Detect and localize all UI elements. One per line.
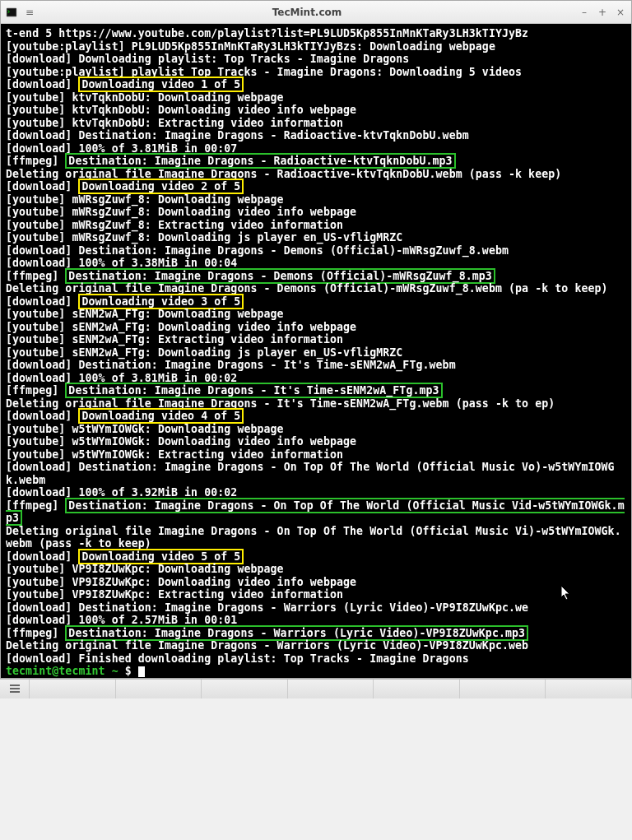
prompt-user: tecmint@tecmint xyxy=(6,665,105,677)
terminal-line: [download] Downloading video 5 of 5 xyxy=(6,550,626,564)
terminal-line: [ffmpeg] Destination: Imagine Dragons - … xyxy=(6,384,626,397)
highlight-progress: Downloading video 5 of 5 xyxy=(78,549,244,564)
terminal-line: [download] Downloading video 2 of 5 xyxy=(6,180,626,193)
text-cursor xyxy=(138,666,145,677)
terminal-window: ≡ TecMint.com – + × t-end 5 https://www.… xyxy=(0,0,632,679)
terminal-line: [download] Downloading playlist: Top Tra… xyxy=(6,53,626,66)
terminal-line: Deleting original file Imagine Dragons -… xyxy=(6,525,626,550)
terminal-line: [youtube] sENM2wA_FTg: Downloading webpa… xyxy=(6,308,626,321)
terminal-line: [download] Destination: Imagine Dragons … xyxy=(6,359,626,372)
terminal-line: Deleting original file Imagine Dragons -… xyxy=(6,639,626,652)
terminal-line: [youtube] mWRsgZuwf_8: Downloading video… xyxy=(6,206,626,219)
terminal-line: [ffmpeg] Destination: Imagine Dragons - … xyxy=(6,499,626,525)
window-title: TecMint.com xyxy=(35,7,579,18)
menu-icon[interactable]: ≡ xyxy=(24,7,35,18)
terminal-line: [youtube] VP9I8ZUwKpc: Extracting video … xyxy=(6,588,626,601)
svg-rect-2 xyxy=(10,685,20,686)
terminal-line: [youtube] sENM2wA_FTg: Downloading video… xyxy=(6,321,626,334)
app-icon xyxy=(6,7,17,18)
highlight-destination: Destination: Imagine Dragons - Radioacti… xyxy=(65,153,455,169)
terminal-line: [youtube] w5tWYmIOWGk: Downloading webpa… xyxy=(6,423,626,436)
terminal-line: [download] Downloading video 4 of 5 xyxy=(6,410,626,423)
terminal-output[interactable]: t-end 5 https://www.youtube.com/playlist… xyxy=(1,24,631,678)
taskbar-item[interactable] xyxy=(202,680,288,698)
menu-icon xyxy=(10,684,20,694)
terminal-line: [youtube] w5tWYmIOWGk: Downloading video… xyxy=(6,435,626,448)
terminal-line: [download] Destination: Imagine Dragons … xyxy=(6,601,626,615)
terminal-line: [ffmpeg] Destination: Imagine Dragons - … xyxy=(6,155,626,168)
terminal-line: [download] Finished downloading playlist… xyxy=(6,652,626,666)
titlebar[interactable]: ≡ TecMint.com – + × xyxy=(1,1,631,24)
terminal-line: [youtube] VP9I8ZUwKpc: Downloading video… xyxy=(6,576,626,589)
terminal-line: [youtube] mWRsgZuwf_8: Downloading webpa… xyxy=(6,193,626,207)
taskbar-item[interactable] xyxy=(460,680,546,698)
terminal-line: [ffmpeg] Destination: Imagine Dragons - … xyxy=(6,270,626,283)
terminal-line: [youtube] sENM2wA_FTg: Extracting video … xyxy=(6,333,626,346)
terminal-line: [youtube] mWRsgZuwf_8: Extracting video … xyxy=(6,219,626,232)
taskbar-item[interactable] xyxy=(288,680,374,698)
terminal-line: [download] Destination: Imagine Dragons … xyxy=(6,461,626,486)
taskbar-item[interactable] xyxy=(374,680,460,698)
maximize-button[interactable]: + xyxy=(597,7,608,18)
terminal-line: [download] Destination: Imagine Dragons … xyxy=(6,244,626,258)
terminal-line: [youtube] w5tWYmIOWGk: Extracting video … xyxy=(6,448,626,462)
terminal-line: [youtube] ktvTqknDobU: Extracting video … xyxy=(6,117,626,130)
terminal-line: [youtube] ktvTqknDobU: Downloading video… xyxy=(6,104,626,117)
prompt-dollar: $ xyxy=(118,665,138,677)
taskbar[interactable] xyxy=(0,679,632,698)
highlight-progress: Downloading video 2 of 5 xyxy=(78,179,244,194)
prompt-path: ~ xyxy=(112,665,118,677)
highlight-progress: Downloading video 4 of 5 xyxy=(78,408,244,424)
terminal-line: [youtube] ktvTqknDobU: Downloading webpa… xyxy=(6,91,626,104)
highlight-destination: Destination: Imagine Dragons - On Top Of… xyxy=(6,498,625,527)
highlight-progress: Downloading video 3 of 5 xyxy=(78,294,244,309)
terminal-line: [ffmpeg] Destination: Imagine Dragons - … xyxy=(6,627,626,640)
terminal-line: [download] Downloading video 1 of 5 xyxy=(6,78,626,91)
highlight-destination: Destination: Imagine Dragons - It's Time… xyxy=(65,383,442,398)
taskbar-item[interactable] xyxy=(30,680,116,698)
highlight-destination: Destination: Imagine Dragons - Warriors … xyxy=(65,625,528,641)
terminal-line: [youtube] sENM2wA_FTg: Downloading js pl… xyxy=(6,346,626,360)
taskbar-item[interactable] xyxy=(546,680,632,698)
taskbar-item[interactable] xyxy=(116,680,202,698)
terminal-line: [youtube] VP9I8ZUwKpc: Downloading webpa… xyxy=(6,563,626,576)
taskbar-menu[interactable] xyxy=(0,680,30,698)
svg-rect-4 xyxy=(10,691,20,693)
terminal-line: [youtube:playlist] PL9LUD5Kp855InMnKTaRy… xyxy=(6,40,626,53)
close-button[interactable]: × xyxy=(615,7,626,18)
terminal-line: [download] Downloading video 3 of 5 xyxy=(6,295,626,309)
prompt-line[interactable]: tecmint@tecmint ~ $ xyxy=(6,665,626,678)
minimize-button[interactable]: – xyxy=(579,7,590,18)
highlight-destination: Destination: Imagine Dragons - Demons (O… xyxy=(65,268,495,284)
highlight-progress: Downloading video 1 of 5 xyxy=(78,77,244,92)
terminal-line: t-end 5 https://www.youtube.com/playlist… xyxy=(6,27,626,40)
svg-rect-3 xyxy=(10,688,20,689)
terminal-line: [download] Destination: Imagine Dragons … xyxy=(6,129,626,142)
terminal-line: [youtube] mWRsgZuwf_8: Downloading js pl… xyxy=(6,231,626,244)
